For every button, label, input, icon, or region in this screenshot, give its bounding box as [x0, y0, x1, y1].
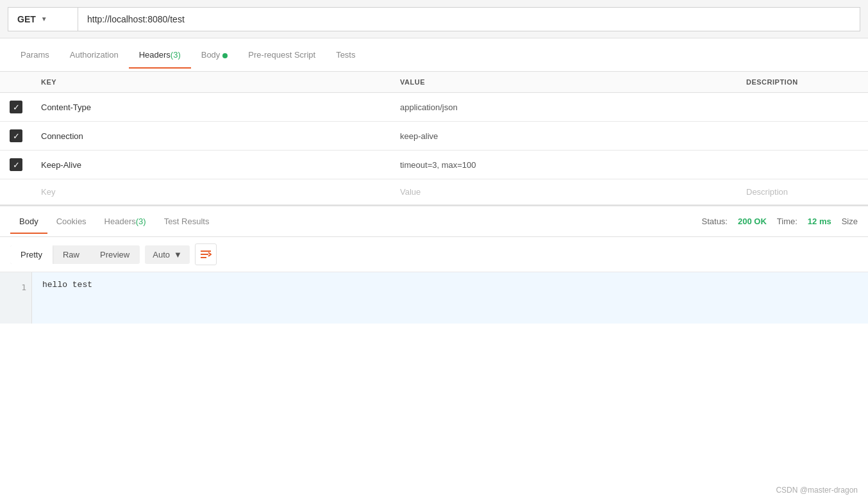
method-chevron-icon: ▼ — [41, 15, 47, 22]
tab-body[interactable]: Body — [191, 41, 238, 69]
row2-key[interactable]: Connection — [32, 122, 391, 151]
tab-pre-request[interactable]: Pre-request Script — [238, 41, 326, 69]
tab-headers[interactable]: Headers(3) — [129, 41, 191, 69]
status-label: Status: — [702, 217, 728, 226]
method-selector[interactable]: GET ▼ — [8, 7, 78, 31]
row2-checkbox[interactable]: ✓ — [9, 129, 23, 142]
resp-tab-cookies[interactable]: Cookies — [47, 209, 96, 234]
response-tabs: Body Cookies Headers(3) Test Results Sta… — [0, 206, 868, 237]
row1-value[interactable]: application/json — [391, 93, 737, 122]
new-key-input[interactable]: Key — [32, 179, 391, 205]
url-bar: GET ▼ — [0, 0, 868, 38]
format-group: Pretty Raw Preview — [10, 245, 140, 264]
check-icon: ✓ — [13, 103, 20, 111]
new-value-input[interactable]: Value — [391, 179, 737, 205]
headers-table: KEY VALUE DESCRIPTION ✓ Content-Type app… — [0, 72, 868, 205]
auto-chevron-icon: ▼ — [174, 250, 182, 259]
body-dot-icon — [222, 53, 228, 58]
col-header-value: VALUE — [391, 72, 737, 93]
table-row: ✓ Content-Type application/json — [0, 93, 868, 122]
response-code: hello test — [42, 280, 92, 290]
resp-tab-headers[interactable]: Headers(3) — [96, 209, 155, 234]
auto-label: Auto — [153, 250, 170, 259]
headers-section: KEY VALUE DESCRIPTION ✓ Content-Type app… — [0, 72, 868, 206]
wrap-icon — [200, 249, 212, 259]
wrap-button[interactable] — [195, 243, 217, 265]
time-label: Time: — [777, 217, 797, 226]
row2-value[interactable]: keep-alive — [391, 122, 737, 151]
tab-authorization[interactable]: Authorization — [60, 41, 129, 69]
status-value: 200 OK — [738, 217, 767, 226]
tab-tests[interactable]: Tests — [326, 41, 365, 69]
col-header-description: DESCRIPTION — [737, 72, 868, 93]
row2-description[interactable] — [737, 122, 868, 151]
resp-tab-body[interactable]: Body — [10, 209, 47, 234]
row3-description[interactable] — [737, 151, 868, 179]
table-row: ✓ Keep-Alive timeout=3, max=100 — [0, 151, 868, 179]
row3-checkbox[interactable]: ✓ — [9, 158, 23, 171]
row1-checkbox[interactable]: ✓ — [9, 101, 23, 113]
resp-headers-badge: (3) — [136, 217, 146, 226]
headers-badge: (3) — [171, 50, 181, 60]
format-pretty-button[interactable]: Pretty — [10, 245, 53, 264]
row3-value[interactable]: timeout=3, max=100 — [391, 151, 737, 179]
col-header-check — [0, 72, 32, 93]
new-desc-input[interactable]: Description — [737, 179, 868, 205]
row1-description[interactable] — [737, 93, 868, 122]
line-numbers: 1 — [0, 272, 32, 324]
resp-tab-test-results[interactable]: Test Results — [155, 209, 219, 234]
auto-select[interactable]: Auto ▼ — [145, 245, 190, 264]
table-row: ✓ Connection keep-alive — [0, 122, 868, 151]
check-icon: ✓ — [13, 132, 20, 140]
row1-key[interactable]: Content-Type — [32, 93, 391, 122]
response-body: 1 hello test — [0, 272, 868, 324]
body-toolbar: Pretty Raw Preview Auto ▼ — [0, 237, 868, 272]
url-input[interactable] — [78, 7, 860, 31]
format-raw-button[interactable]: Raw — [53, 245, 90, 264]
response-status-bar: Status: 200 OK Time: 12 ms Size — [702, 217, 858, 226]
size-label: Size — [842, 217, 858, 226]
col-header-key: KEY — [32, 72, 391, 93]
format-preview-button[interactable]: Preview — [90, 245, 140, 264]
tab-params[interactable]: Params — [10, 41, 60, 69]
request-tabs: Params Authorization Headers(3) Body Pre… — [0, 38, 868, 72]
table-row-new: Key Value Description — [0, 179, 868, 205]
check-icon: ✓ — [13, 161, 20, 169]
method-label: GET — [17, 14, 36, 24]
code-content[interactable]: hello test — [32, 272, 868, 324]
time-value: 12 ms — [808, 217, 831, 226]
row3-key[interactable]: Keep-Alive — [32, 151, 391, 179]
